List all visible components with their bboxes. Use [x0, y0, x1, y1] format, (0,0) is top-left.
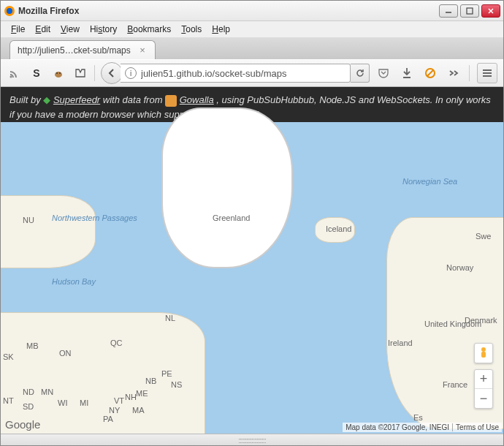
svg-line-11	[427, 70, 433, 76]
landmass	[1, 195, 96, 268]
greasemonkey-icon[interactable]	[50, 65, 66, 81]
tab-bar: http://julien5…cket-sub/maps ×	[1, 37, 503, 59]
google-logo: Google	[5, 418, 40, 431]
terms-link[interactable]: Terms of Use	[452, 423, 499, 431]
gowalla-icon	[165, 95, 177, 107]
zoom-in-button[interactable]: +	[475, 370, 492, 389]
menu-help[interactable]: Help	[207, 23, 234, 36]
landmass	[315, 217, 355, 243]
stylish-icon[interactable]: S	[28, 65, 45, 81]
toolbar-separator	[469, 65, 470, 81]
browser-tab[interactable]: http://julien5…cket-sub/maps ×	[9, 40, 156, 59]
svg-rect-3	[467, 8, 473, 14]
resize-grip[interactable]: :::::::::::::::::::::	[238, 436, 265, 445]
toolbar-separator	[94, 65, 95, 81]
site-info-icon[interactable]: i	[125, 67, 137, 79]
zoom-control: + −	[474, 369, 493, 409]
menu-file[interactable]: File	[7, 23, 29, 36]
overflow-icon[interactable]	[446, 65, 462, 81]
close-button[interactable]	[481, 4, 500, 18]
reload-button[interactable]	[351, 64, 370, 83]
menu-edit[interactable]: Edit	[31, 23, 55, 36]
streetview-button[interactable]	[474, 343, 493, 363]
noscript-icon[interactable]	[422, 65, 438, 81]
landmass	[161, 107, 293, 268]
address-bar[interactable]: i	[121, 64, 351, 83]
superfeedr-link[interactable]: Superfeedr	[53, 94, 100, 105]
map-label: Hudson Bay	[52, 277, 96, 286]
svg-point-7	[55, 72, 62, 78]
menu-tools[interactable]: Tools	[177, 23, 206, 36]
superfeedr-icon: ◆	[43, 94, 50, 105]
map-label: Norwegian Sea	[402, 177, 457, 186]
maximize-button[interactable]	[460, 4, 479, 18]
menu-bookmarks[interactable]: Bookmarks	[123, 23, 175, 36]
navigation-toolbar: S i	[1, 59, 503, 87]
menu-history[interactable]: History	[85, 23, 121, 36]
svg-point-15	[481, 347, 486, 352]
svg-point-1	[7, 8, 12, 14]
svg-point-9	[59, 72, 61, 74]
status-bar: :::::::::::::::::::::	[1, 434, 503, 446]
menu-view[interactable]: View	[56, 23, 84, 36]
menu-button[interactable]	[477, 63, 497, 83]
minimize-button[interactable]	[439, 4, 458, 18]
svg-point-8	[56, 72, 58, 74]
page-content: Built by ◆ Superfeedr with data from Gow…	[1, 87, 503, 434]
tab-title: http://julien5…cket-sub/maps	[18, 45, 131, 56]
window-title: Mozilla Firefox	[18, 6, 439, 16]
svg-point-6	[10, 76, 12, 78]
menu-bar: File Edit View History Bookmarks Tools H…	[1, 21, 503, 37]
pocket-icon[interactable]	[375, 65, 392, 81]
landmass	[1, 312, 205, 434]
map-canvas[interactable]: Greenland Iceland Norwegian Sea Northwes…	[1, 122, 503, 434]
firefox-icon	[4, 5, 15, 17]
tab-close-icon[interactable]: ×	[137, 45, 148, 56]
downloads-icon[interactable]	[399, 65, 415, 81]
svg-rect-16	[481, 352, 486, 358]
archive-icon[interactable]	[72, 65, 88, 81]
back-button[interactable]	[101, 62, 123, 84]
gowalla-link[interactable]: Gowalla	[180, 94, 214, 105]
zoom-out-button[interactable]: −	[475, 389, 492, 408]
map-attribution: Map data ©2017 Google, INEGI Terms of Us…	[343, 423, 502, 432]
window-titlebar: Mozilla Firefox	[1, 1, 503, 21]
rss-icon[interactable]	[7, 65, 23, 81]
url-input[interactable]	[141, 68, 345, 79]
